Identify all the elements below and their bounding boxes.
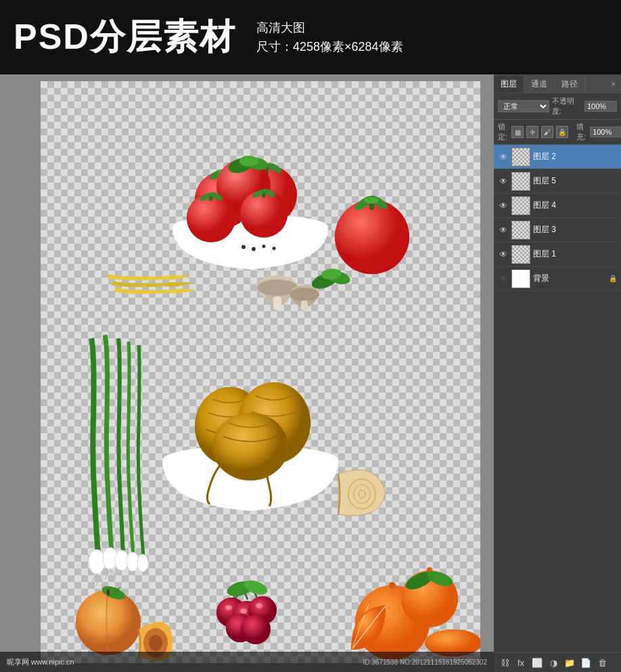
- blend-mode-row: 正常 不透明度:: [494, 93, 621, 120]
- group-btn[interactable]: 📁: [563, 656, 576, 669]
- layer-eye-1[interactable]: 👁: [498, 249, 509, 260]
- layer-name-5: 图层 5: [533, 175, 617, 187]
- layer-thumb-5: [511, 172, 530, 191]
- layer-eye-5[interactable]: 👁: [498, 176, 509, 187]
- new-layer-btn[interactable]: 📄: [579, 656, 593, 669]
- layer-name-3: 图层 3: [533, 224, 617, 236]
- layer-eye-3[interactable]: 👁: [498, 225, 509, 236]
- panel-tabs: 图层 通道 路径 ×: [494, 74, 621, 93]
- layer-thumb-4: [511, 196, 530, 215]
- svg-rect-43: [273, 296, 281, 310]
- right-panel: 图层 通道 路径 × 正常 不透明度: 锁定: ▦ ✛ 🖌 🔒 填充: 👁: [494, 74, 621, 672]
- banner-info: 高清大图 尺寸：4258像素×6284像素: [256, 20, 403, 55]
- lock-chess-icon[interactable]: ▦: [511, 126, 524, 138]
- layer-thumb-2: [511, 148, 530, 166]
- svg-point-57: [212, 413, 288, 480]
- svg-point-92: [405, 618, 407, 621]
- lock-paint-icon[interactable]: 🖌: [541, 126, 553, 138]
- layer-thumb-1: [511, 245, 530, 264]
- svg-point-86: [256, 603, 262, 608]
- banner-title: PSD分层素材: [14, 14, 236, 61]
- delete-layer-btn[interactable]: 🗑: [595, 656, 609, 669]
- food-illustration: [41, 81, 480, 663]
- layer-item-2[interactable]: 👁 图层 2: [494, 145, 621, 169]
- svg-point-36: [364, 197, 379, 204]
- layers-bottom-toolbar: ⛓ fx ⬜ ◑ 📁 📄 🗑: [494, 652, 621, 672]
- opacity-input[interactable]: [584, 101, 617, 112]
- panel-close-icon[interactable]: ×: [606, 77, 621, 91]
- fill-input[interactable]: [590, 127, 621, 137]
- fx-btn[interactable]: fx: [514, 656, 528, 669]
- tab-layers[interactable]: 图层: [494, 76, 524, 93]
- svg-point-38: [252, 247, 256, 251]
- svg-point-30: [239, 156, 258, 166]
- adjustment-btn[interactable]: ◑: [547, 656, 560, 669]
- svg-point-71: [149, 635, 162, 651]
- layer-thumb-bg: [511, 269, 530, 288]
- svg-point-91: [398, 609, 400, 612]
- banner-info-line2: 尺寸：4258像素×6284像素: [256, 39, 403, 55]
- layer-item-bg[interactable]: 👁 背景 🔒: [494, 267, 621, 291]
- svg-point-95: [389, 582, 396, 589]
- watermark-right: ID:3671538 NO:20121115181925052302: [363, 658, 488, 666]
- lock-row: 锁定: ▦ ✛ 🖌 🔒 填充:: [494, 120, 621, 145]
- svg-point-83: [241, 614, 271, 644]
- lock-move-icon[interactable]: ✛: [526, 126, 538, 138]
- layer-item-1[interactable]: 👁 图层 1: [494, 242, 621, 267]
- svg-point-64: [127, 552, 139, 571]
- layer-name-2: 图层 2: [533, 151, 617, 162]
- svg-rect-69: [107, 589, 110, 596]
- layer-eye-2[interactable]: 👁: [498, 152, 509, 162]
- svg-point-90: [388, 606, 390, 609]
- layer-item-3[interactable]: 👁 图层 3: [494, 218, 621, 242]
- layer-item-4[interactable]: 👁 图层 4: [494, 194, 621, 218]
- svg-point-32: [335, 200, 409, 274]
- lock-icons: ▦ ✛ 🖌 🔒: [511, 126, 568, 138]
- canvas-content: [41, 81, 480, 663]
- svg-rect-46: [301, 300, 308, 311]
- banner-info-line1: 高清大图: [256, 20, 403, 36]
- link-layers-btn[interactable]: ⛓: [498, 656, 511, 669]
- layer-name-4: 图层 4: [533, 200, 617, 211]
- layer-eye-4[interactable]: 👁: [498, 200, 509, 211]
- watermark-left: 昵享网 www.nipic.cn: [7, 657, 74, 667]
- svg-point-37: [242, 245, 246, 249]
- layer-thumb-3: [511, 221, 530, 240]
- svg-point-39: [262, 245, 266, 248]
- tab-paths[interactable]: 路径: [555, 76, 585, 93]
- svg-point-40: [273, 247, 276, 250]
- svg-point-84: [225, 605, 232, 610]
- blend-mode-select[interactable]: 正常: [498, 100, 549, 112]
- svg-point-65: [137, 554, 148, 572]
- fill-label: 填充:: [576, 122, 586, 142]
- lock-label: 锁定:: [498, 122, 507, 142]
- tab-channels[interactable]: 通道: [524, 76, 555, 93]
- layer-eye-bg[interactable]: 👁: [498, 273, 509, 284]
- layer-item-5[interactable]: 👁 图层 5: [494, 169, 621, 194]
- layers-list: 👁 图层 2 👁 图层 5 👁 图层 4 👁: [494, 145, 621, 291]
- svg-point-45: [290, 288, 319, 301]
- svg-point-85: [240, 608, 247, 614]
- lock-all-icon[interactable]: 🔒: [556, 126, 568, 138]
- layer-name-1: 图层 1: [533, 248, 617, 260]
- layer-lock-icon: 🔒: [609, 275, 617, 282]
- layer-name-bg: 背景: [533, 273, 606, 284]
- top-banner: PSD分层素材 高清大图 尺寸：4258像素×6284像素: [0, 0, 621, 74]
- mask-btn[interactable]: ⬜: [530, 656, 544, 669]
- svg-point-94: [394, 627, 397, 629]
- watermark-bar: 昵享网 www.nipic.cn ID:3671538 NO:201211151…: [0, 652, 494, 672]
- svg-point-61: [89, 550, 105, 574]
- opacity-label: 不透明度:: [552, 96, 582, 116]
- canvas-area: 昵享网 www.nipic.cn ID:3671538 NO:201211151…: [0, 74, 494, 672]
